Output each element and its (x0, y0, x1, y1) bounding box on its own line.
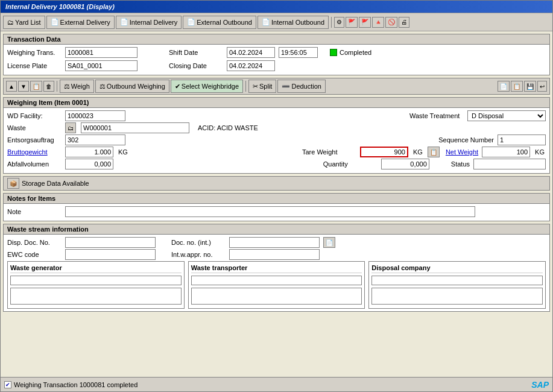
disposal-company-box: Disposal company (368, 261, 546, 309)
doc-no-int-input[interactable] (229, 237, 320, 248)
weighing-trans-row: Weighing Trans. Shift Date Completed (7, 47, 546, 58)
delete-button[interactable]: 🗑 (43, 81, 54, 92)
license-plate-label: License Plate (7, 62, 62, 69)
transaction-data-header: Transaction Data (4, 34, 549, 45)
external-outbound-button[interactable]: 📄 External Outbound (183, 16, 256, 29)
toolbar-separator (331, 17, 332, 28)
license-plate-row: License Plate Closing Date (7, 60, 546, 71)
doc-button[interactable]: 📄 (498, 81, 510, 92)
sequence-number-input[interactable] (498, 134, 546, 145)
stop-button[interactable]: 🚫 (385, 17, 397, 28)
int-w-appr-label: Int.w.appr. no. (171, 251, 226, 258)
yard-list-icon: 🗂 (7, 19, 14, 26)
entsorgsauftrag-input[interactable] (65, 134, 125, 145)
ewc-row: EWC code Int.w.appr. no. (7, 249, 546, 260)
item-status-input[interactable] (473, 159, 546, 169)
wd-facility-label: WD Facility: (7, 112, 62, 119)
toolbar2-sep1 (57, 81, 57, 92)
waste-input[interactable] (81, 122, 189, 133)
shift-time-input[interactable] (279, 47, 318, 58)
closing-date-input[interactable] (227, 60, 275, 71)
waste-generator-header: Waste generator (10, 264, 182, 273)
weighing-trans-label: Weighing Trans. (7, 49, 62, 56)
weigh-button[interactable]: ⚖ Weigh (60, 80, 94, 93)
tare-weight-label: Tare Weight (302, 148, 356, 156)
note-row: Note (4, 204, 549, 220)
waste-transporter-content (191, 276, 362, 306)
waste-gen-input1[interactable] (10, 276, 182, 285)
arrow-button[interactable]: 🔺 (372, 17, 384, 28)
copy-button[interactable]: 📋 (30, 81, 42, 92)
flag2-button[interactable]: 🚩 (359, 17, 371, 28)
notes-header: Notes for Items (4, 194, 549, 204)
waste-stream-header: Waste stream information (4, 224, 549, 235)
net-weight-input[interactable] (482, 147, 530, 157)
waste-gen-input2[interactable] (10, 288, 182, 305)
storage-icon-button[interactable]: 📦 (7, 178, 19, 189)
settings-button[interactable]: ⚙ (334, 17, 344, 28)
status-indicator: Completed (330, 49, 371, 56)
net-weight-label[interactable]: Net Weight (446, 148, 478, 156)
notes-section: Notes for Items Note (3, 193, 550, 221)
deduction-icon: ➖ (282, 83, 290, 90)
tare-info-button[interactable]: 📋 (428, 147, 440, 157)
weighing-trans-input[interactable] (65, 47, 137, 58)
disp-doc-input[interactable] (65, 237, 156, 248)
abfall-row: Abfallvolumen Quantity Status (7, 159, 546, 169)
deduction-button[interactable]: ➖ Deduction (277, 80, 326, 93)
abfallvolumen-input[interactable] (65, 159, 113, 169)
waste-icon-button[interactable]: 🗂 (65, 122, 76, 133)
net-weight-unit: KG (534, 148, 546, 156)
waste-transporter-box: Waste transporter (188, 261, 365, 309)
note-input[interactable] (65, 206, 475, 217)
waste-transporter-header: Waste transporter (191, 264, 362, 273)
back-button[interactable]: ↩ (537, 81, 547, 92)
transaction-data-section: Transaction Data Weighing Trans. Shift D… (3, 34, 550, 75)
nav-down-button[interactable]: ▼ (18, 81, 29, 92)
nav-up-button[interactable]: ▲ (6, 81, 17, 92)
waste-treatment-select[interactable]: D Disposal (467, 110, 546, 121)
main-toolbar: 🗂 Yard List 📄 External Delivery 📄 Intern… (1, 13, 552, 31)
content-area: Transaction Data Weighing Trans. Shift D… (1, 31, 552, 377)
toolbar2-sep2 (245, 81, 246, 92)
waste-label: Waste (7, 124, 62, 131)
license-plate-input[interactable] (65, 60, 137, 71)
disposal-input2[interactable] (371, 288, 543, 305)
status-bar: ✔ Weighing Transaction 1000081 completed… (1, 377, 552, 391)
yard-list-button[interactable]: 🗂 Yard List (3, 16, 45, 29)
ewc-input[interactable] (65, 249, 156, 260)
waste-trans-input2[interactable] (191, 288, 362, 305)
sequence-number-label: Sequence Number (438, 136, 494, 144)
flag1-button[interactable]: 🚩 (346, 17, 358, 28)
doc-file-button[interactable]: 📄 (323, 237, 335, 248)
waste-trans-input1[interactable] (191, 276, 362, 285)
secondary-toolbar: ▲ ▼ 📋 🗑 ⚖ Weigh ⚖ Outbound Weighing ✔ Se… (3, 78, 550, 95)
print-button[interactable]: 🖨 (399, 17, 409, 28)
int-w-appr-input[interactable] (229, 249, 320, 260)
tare-weight-input[interactable] (360, 147, 408, 157)
split-icon: ✂ (253, 83, 258, 90)
list-button[interactable]: 📋 (511, 81, 523, 92)
select-weighbridge-button[interactable]: ✔ Select Weighbridge (171, 80, 243, 93)
shift-date-input[interactable] (227, 47, 275, 58)
closing-date-label: Closing Date (169, 62, 223, 69)
quantity-input[interactable] (381, 159, 429, 169)
internal-delivery-button[interactable]: 📄 Internal Delivery (116, 16, 182, 29)
disposal-company-content (371, 276, 543, 306)
entsorgsauftrag-label: Entsorgsauftrag (7, 136, 62, 144)
save-button[interactable]: 💾 (524, 81, 536, 92)
window-title: Internal Delivery 1000081 (Display) (5, 3, 115, 10)
abfallvolumen-label: Abfallvolumen (7, 160, 62, 168)
outbound-weighing-button[interactable]: ⚖ Outbound Weighing (95, 80, 169, 93)
weighbridge-icon: ✔ (175, 83, 180, 90)
split-button[interactable]: ✂ Split (248, 80, 276, 93)
internal-outbound-button[interactable]: 📄 Internal Outbound (258, 16, 329, 29)
transaction-data-body: Weighing Trans. Shift Date Completed Lic… (4, 45, 549, 75)
external-delivery-button[interactable]: 📄 External Delivery (46, 16, 115, 29)
ewc-label: EWC code (7, 251, 62, 258)
bruttogewicht-label[interactable]: Bruttogewicht (7, 148, 62, 156)
disposal-input1[interactable] (371, 276, 543, 285)
bruttogewicht-input[interactable] (65, 147, 113, 157)
disp-doc-row: Disp. Doc. No. Doc. no. (int.) 📄 (7, 237, 546, 248)
wd-facility-input[interactable] (65, 110, 125, 121)
